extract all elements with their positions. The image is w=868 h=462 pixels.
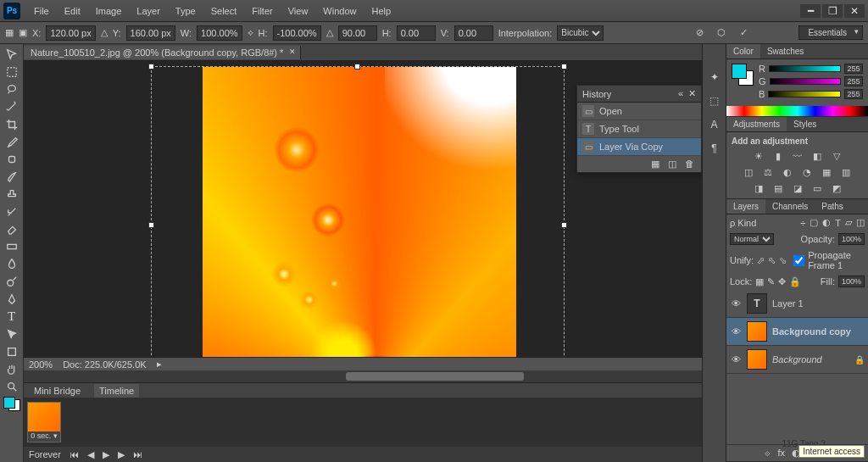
- g-slider[interactable]: [770, 78, 841, 85]
- fg-color[interactable]: [732, 64, 747, 79]
- brightness-icon[interactable]: ☀: [753, 150, 765, 162]
- h2-field[interactable]: 0.00: [397, 25, 436, 41]
- link-layers-icon[interactable]: ⟐: [765, 448, 771, 459]
- document-tab[interactable]: Nature_100510_2.jpg @ 200% (Background c…: [24, 46, 301, 59]
- menu-filter[interactable]: Filter: [245, 3, 279, 19]
- dock-icon-2[interactable]: ⬚: [707, 93, 722, 109]
- handle-tr[interactable]: [561, 64, 567, 70]
- blend-mode[interactable]: Normal: [730, 233, 774, 245]
- menu-help[interactable]: Help: [364, 3, 398, 19]
- maximize-button[interactable]: ❐: [822, 4, 843, 18]
- dock-char-icon[interactable]: A: [707, 117, 722, 132]
- photo-filter-icon[interactable]: ◔: [801, 166, 813, 178]
- close-button[interactable]: ✕: [844, 4, 865, 18]
- collapse-icon[interactable]: «: [678, 88, 683, 99]
- mixer-icon[interactable]: ▦: [821, 166, 832, 178]
- timeline-tab[interactable]: Timeline: [94, 384, 139, 398]
- layer-row-bg[interactable]: 👁 Background 🔒: [726, 346, 868, 374]
- handle-mr[interactable]: [561, 222, 567, 228]
- w-field[interactable]: 100.00%: [197, 25, 242, 41]
- threshold-icon[interactable]: ◪: [792, 182, 804, 194]
- menu-window[interactable]: Window: [316, 3, 363, 19]
- x-field[interactable]: 120.00 px: [46, 25, 95, 41]
- delete-icon[interactable]: 🗑: [685, 159, 694, 170]
- lock-pos-icon[interactable]: ✥: [778, 276, 786, 287]
- wand-tool-icon[interactable]: [3, 100, 21, 114]
- next-frame-icon[interactable]: ▶: [118, 449, 125, 460]
- zoom-tool-icon[interactable]: [3, 380, 21, 394]
- blur-tool-icon[interactable]: [3, 257, 21, 271]
- warp-icon[interactable]: ⬡: [714, 25, 729, 41]
- lookup-icon[interactable]: ▥: [840, 166, 852, 178]
- minibridge-tab[interactable]: Mini Bridge: [29, 384, 86, 398]
- color-swatch[interactable]: [732, 64, 754, 86]
- workspace-switcher[interactable]: Essentials: [798, 25, 863, 40]
- type-tool-icon[interactable]: T: [3, 309, 21, 324]
- handle-tm[interactable]: [354, 64, 360, 70]
- layer-name[interactable]: Layer 1: [772, 298, 804, 309]
- transform-bounding-box[interactable]: [151, 66, 565, 357]
- crop-tool-icon[interactable]: [3, 117, 21, 131]
- paths-tab[interactable]: Paths: [815, 199, 850, 214]
- history-item-layer-copy[interactable]: ▭ Layer Via Copy: [577, 138, 701, 156]
- menu-type[interactable]: Type: [169, 3, 203, 19]
- swatches-tab[interactable]: Swatches: [760, 44, 810, 58]
- loop-select[interactable]: Forever: [29, 449, 61, 459]
- color-spectrum[interactable]: [726, 106, 868, 116]
- heal-tool-icon[interactable]: [3, 153, 21, 167]
- frame-caption[interactable]: 0 sec. ▾: [28, 431, 60, 442]
- prev-frame-icon[interactable]: ◀: [87, 449, 94, 460]
- lock-all-icon[interactable]: 🔒: [789, 276, 801, 287]
- canvas[interactable]: History «✕ ▭ Open T Type Tool ▭ Layer Vi…: [24, 61, 702, 357]
- doc-size[interactable]: Doc: 225.0K/625.0K: [63, 359, 146, 370]
- link-icon[interactable]: ⟡: [248, 27, 253, 38]
- new-doc-icon[interactable]: ◫: [668, 159, 676, 170]
- timeline-frame[interactable]: 0 sec. ▾: [27, 402, 61, 443]
- history-panel-header[interactable]: History «✕: [577, 86, 701, 103]
- pen-tool-icon[interactable]: [3, 292, 21, 306]
- scrollbar-thumb[interactable]: [346, 372, 524, 381]
- layers-tab[interactable]: Layers: [726, 199, 765, 214]
- new-snapshot-icon[interactable]: ▦: [651, 159, 659, 170]
- minimize-button[interactable]: ━: [800, 4, 821, 18]
- color-swatch-tool[interactable]: [3, 397, 20, 411]
- adjustments-tab[interactable]: Adjustments: [726, 117, 787, 131]
- v-field[interactable]: 0.00: [454, 25, 493, 41]
- visibility-icon[interactable]: 👁: [730, 354, 742, 365]
- unify-icon2[interactable]: ⬁: [768, 255, 776, 266]
- angle-field[interactable]: 90.00: [338, 25, 377, 41]
- exposure-icon[interactable]: ◧: [811, 150, 823, 162]
- filter-smart-icon[interactable]: ◫: [856, 217, 865, 228]
- marquee-tool-icon[interactable]: [3, 65, 21, 80]
- layer-name[interactable]: Background: [772, 354, 822, 365]
- unify-icon3[interactable]: ⬂: [779, 255, 787, 266]
- channels-tab[interactable]: Channels: [765, 199, 815, 214]
- history-brush-icon[interactable]: [3, 204, 21, 219]
- menu-image[interactable]: Image: [89, 3, 129, 19]
- visibility-icon[interactable]: 👁: [730, 326, 742, 337]
- status-arrow-icon[interactable]: ▸: [157, 359, 162, 370]
- hue-icon[interactable]: ◫: [743, 166, 754, 178]
- r-slider[interactable]: [769, 65, 841, 72]
- history-tab[interactable]: History: [582, 89, 611, 99]
- filter-adj-icon[interactable]: ◐: [822, 217, 831, 228]
- balance-icon[interactable]: ⚖: [762, 166, 774, 178]
- dock-icon-1[interactable]: ✦: [707, 70, 722, 85]
- close-icon[interactable]: ✕: [688, 88, 696, 99]
- layer-row-bgcopy[interactable]: 👁 Background copy: [726, 318, 868, 346]
- path-select-icon[interactable]: [3, 327, 21, 342]
- posterize-icon[interactable]: ▤: [772, 182, 784, 194]
- g-value[interactable]: 255: [844, 76, 863, 86]
- layer-row-text[interactable]: 👁 T Layer 1: [726, 290, 868, 318]
- styles-tab[interactable]: Styles: [787, 117, 823, 131]
- gradient-map-icon[interactable]: ▭: [811, 182, 823, 194]
- b-slider[interactable]: [768, 91, 841, 97]
- commit-icon[interactable]: ✓: [736, 25, 751, 41]
- cancel-transform-icon[interactable]: ⊘: [692, 25, 707, 41]
- bw-icon[interactable]: ◐: [782, 166, 793, 178]
- history-item-type[interactable]: T Type Tool: [577, 120, 701, 138]
- levels-icon[interactable]: ▮: [772, 150, 784, 162]
- menu-layer[interactable]: Layer: [130, 3, 167, 19]
- filter-type-icon[interactable]: T: [835, 218, 841, 228]
- fx-icon[interactable]: fx: [777, 448, 785, 459]
